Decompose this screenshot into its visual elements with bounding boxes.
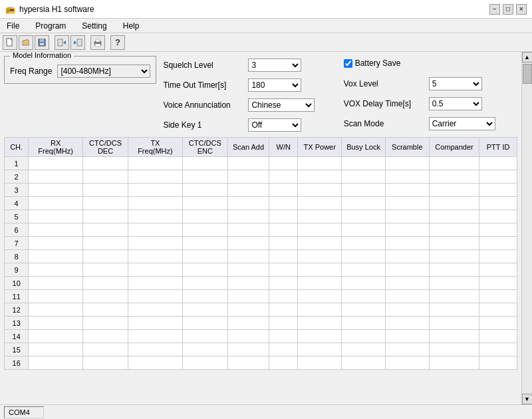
sidekey-select[interactable]: OffMonitorScanAlarm [248, 118, 301, 132]
data-cell[interactable] [269, 250, 298, 263]
table-row[interactable]: 8 [5, 250, 517, 263]
data-cell[interactable] [227, 303, 269, 317]
data-cell[interactable] [479, 223, 517, 237]
vox-level-select[interactable]: 512346789Off [429, 77, 482, 90]
data-cell[interactable] [29, 250, 83, 263]
data-cell[interactable] [29, 303, 83, 317]
data-cell[interactable] [182, 303, 227, 317]
data-cell[interactable] [29, 237, 83, 250]
data-cell[interactable] [269, 343, 298, 356]
data-cell[interactable] [82, 237, 128, 250]
data-cell[interactable] [479, 263, 517, 277]
save-button[interactable] [35, 35, 49, 50]
data-cell[interactable] [182, 263, 227, 277]
data-cell[interactable] [128, 170, 183, 184]
data-cell[interactable] [429, 330, 479, 343]
data-cell[interactable] [298, 197, 342, 210]
data-cell[interactable] [298, 317, 342, 330]
data-cell[interactable] [128, 263, 183, 277]
data-cell[interactable] [429, 157, 479, 170]
data-cell[interactable] [269, 356, 298, 370]
data-cell[interactable] [429, 170, 479, 184]
open-button[interactable] [19, 35, 33, 50]
data-cell[interactable] [82, 356, 128, 370]
data-cell[interactable] [479, 343, 517, 356]
data-cell[interactable] [29, 317, 83, 330]
data-cell[interactable] [29, 184, 83, 197]
data-cell[interactable] [479, 197, 517, 210]
vertical-scrollbar[interactable]: ▲ ▼ [521, 52, 532, 404]
data-cell[interactable] [128, 210, 183, 223]
data-cell[interactable] [128, 343, 183, 356]
freq-range-select[interactable]: [400-480MHz] [57, 65, 150, 78]
data-cell[interactable] [429, 223, 479, 237]
data-cell[interactable] [298, 237, 342, 250]
data-cell[interactable] [342, 263, 386, 277]
new-button[interactable] [3, 35, 17, 50]
table-row[interactable]: 11 [5, 290, 517, 303]
table-row[interactable]: 10 [5, 277, 517, 290]
data-cell[interactable] [479, 303, 517, 317]
data-cell[interactable] [385, 277, 429, 290]
data-cell[interactable] [429, 356, 479, 370]
data-cell[interactable] [128, 197, 183, 210]
data-cell[interactable] [182, 317, 227, 330]
data-cell[interactable] [227, 157, 269, 170]
scroll-up-arrow[interactable]: ▲ [522, 52, 533, 63]
data-cell[interactable] [479, 157, 517, 170]
data-cell[interactable] [298, 223, 342, 237]
table-row[interactable]: 3 [5, 184, 517, 197]
maximize-button[interactable]: □ [503, 4, 513, 15]
data-cell[interactable] [182, 157, 227, 170]
table-row[interactable]: 13 [5, 317, 517, 330]
data-cell[interactable] [182, 356, 227, 370]
data-cell[interactable] [429, 317, 479, 330]
data-cell[interactable] [227, 170, 269, 184]
data-cell[interactable] [385, 343, 429, 356]
data-cell[interactable] [29, 263, 83, 277]
data-cell[interactable] [82, 277, 128, 290]
table-row[interactable]: 1 [5, 157, 517, 170]
data-cell[interactable] [82, 303, 128, 317]
data-cell[interactable] [479, 356, 517, 370]
data-cell[interactable] [82, 197, 128, 210]
scroll-thumb[interactable] [523, 64, 532, 84]
data-cell[interactable] [227, 197, 269, 210]
data-cell[interactable] [342, 170, 386, 184]
data-cell[interactable] [128, 330, 183, 343]
data-cell[interactable] [182, 237, 227, 250]
menu-setting[interactable]: Setting [78, 20, 110, 32]
data-cell[interactable] [82, 317, 128, 330]
data-cell[interactable] [385, 157, 429, 170]
data-cell[interactable] [269, 330, 298, 343]
data-cell[interactable] [342, 343, 386, 356]
data-cell[interactable] [269, 157, 298, 170]
data-cell[interactable] [298, 303, 342, 317]
data-cell[interactable] [479, 290, 517, 303]
data-cell[interactable] [182, 184, 227, 197]
data-cell[interactable] [227, 290, 269, 303]
data-cell[interactable] [29, 210, 83, 223]
data-cell[interactable] [128, 184, 183, 197]
minimize-button[interactable]: − [489, 4, 500, 15]
data-cell[interactable] [82, 210, 128, 223]
data-cell[interactable] [269, 263, 298, 277]
table-row[interactable]: 9 [5, 263, 517, 277]
data-cell[interactable] [269, 317, 298, 330]
data-cell[interactable] [298, 330, 342, 343]
data-cell[interactable] [29, 157, 83, 170]
data-cell[interactable] [29, 290, 83, 303]
data-cell[interactable] [269, 197, 298, 210]
table-row[interactable]: 16 [5, 356, 517, 370]
data-cell[interactable] [342, 303, 386, 317]
data-cell[interactable] [385, 303, 429, 317]
data-cell[interactable] [227, 317, 269, 330]
menu-program[interactable]: Program [31, 20, 70, 32]
data-cell[interactable] [128, 290, 183, 303]
data-cell[interactable] [227, 210, 269, 223]
data-cell[interactable] [29, 170, 83, 184]
data-cell[interactable] [342, 290, 386, 303]
data-cell[interactable] [342, 210, 386, 223]
data-cell[interactable] [227, 277, 269, 290]
table-row[interactable]: 2 [5, 170, 517, 184]
